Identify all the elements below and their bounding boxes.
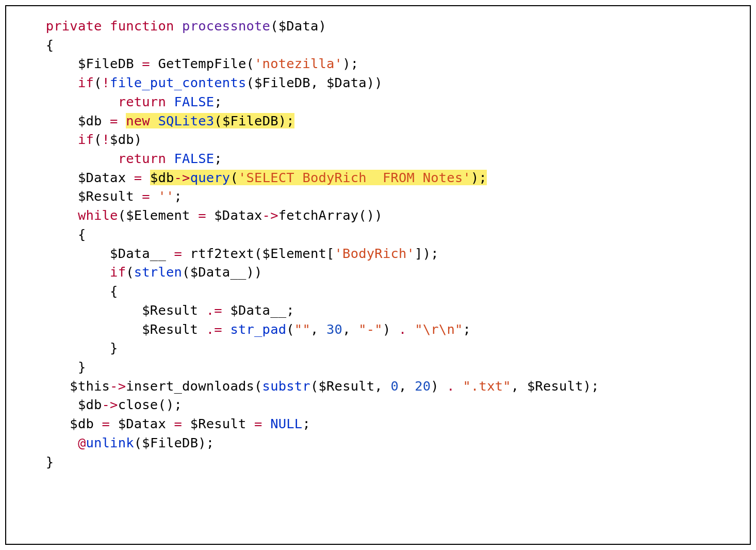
keyword-if: if: [78, 75, 94, 90]
op-arrow: ->: [262, 207, 278, 223]
highlight: new SQLite3($FileDB);: [126, 113, 294, 128]
t: $Data__;: [222, 302, 294, 318]
t: (: [126, 264, 134, 280]
sp: [150, 113, 158, 128]
highlight: $db->query('SELECT BodyRich FROM Notes')…: [150, 170, 487, 185]
op-suppress: @: [78, 435, 86, 450]
t: $db: [150, 170, 174, 185]
string-literal: "": [294, 321, 310, 337]
op-assign: =: [142, 56, 150, 71]
keyword-return: return: [118, 94, 166, 109]
sig-params: ($Data): [270, 18, 326, 34]
sp: [150, 188, 158, 204]
sp: [70, 435, 78, 450]
t: ($FileDB, $Data)): [246, 75, 383, 90]
keyword-if: if: [110, 264, 126, 280]
method-query: query: [190, 170, 231, 185]
sp: [166, 151, 174, 166]
op-concat-assign: .=: [206, 321, 222, 337]
t: (: [94, 75, 102, 90]
t: (: [94, 132, 102, 147]
t: );: [471, 170, 487, 185]
t: $Datax: [110, 416, 174, 431]
t: (: [230, 170, 238, 185]
t: , $Result);: [511, 378, 599, 394]
t: ,: [399, 378, 415, 394]
number-literal: 30: [326, 321, 342, 337]
t: ,: [342, 321, 358, 337]
string-literal: 'SELECT BodyRich FROM Notes': [238, 170, 471, 185]
t: $FileDB: [78, 56, 142, 71]
semi: ;: [302, 416, 310, 431]
sp: [407, 321, 415, 337]
op-assign: =: [102, 416, 110, 431]
t: ,: [310, 321, 326, 337]
semi: ;: [463, 321, 471, 337]
brace-close: }: [110, 340, 118, 355]
t: $Result: [142, 321, 206, 337]
op-assign: =: [254, 416, 262, 431]
op-arrow: ->: [102, 397, 118, 412]
string-literal: "-": [358, 321, 383, 337]
t: $db: [70, 397, 102, 412]
semi: ;: [174, 188, 183, 204]
const-false: FALSE: [174, 94, 215, 109]
number-literal: 0: [390, 378, 399, 394]
t: GetTempFile(: [150, 56, 254, 71]
builtin-unlink: unlink: [86, 435, 134, 450]
builtin-strpad: str_pad: [230, 321, 286, 337]
sp: [142, 170, 150, 185]
op-concat: .: [447, 378, 455, 394]
t: ($FileDB);: [214, 113, 294, 128]
op-assign: =: [174, 246, 183, 261]
code-block: private function processnote($Data) { $F…: [22, 17, 734, 471]
op-concat: .: [399, 321, 407, 337]
string-literal: 'notezilla': [254, 56, 342, 71]
string-literal: '': [158, 188, 174, 204]
t: fetchArray()): [278, 207, 383, 223]
sp: [222, 321, 231, 337]
t: $Result: [78, 188, 142, 204]
sp: [262, 416, 271, 431]
string-literal: 'BodyRich': [335, 246, 415, 261]
t: $Result: [142, 302, 206, 318]
op-assign: =: [198, 207, 206, 223]
builtin-fpc: file_put_contents: [110, 75, 246, 90]
number-literal: 20: [415, 378, 431, 394]
semi: ;: [214, 151, 222, 166]
brace-open: {: [78, 227, 86, 242]
t: ($FileDB);: [134, 435, 215, 450]
keyword-function: function: [110, 18, 174, 34]
op-not: !: [102, 75, 110, 90]
keyword-return: return: [118, 151, 166, 166]
t: ): [383, 321, 399, 337]
string-literal: ".txt": [463, 378, 511, 394]
sp: [118, 113, 126, 128]
keyword-new: new: [126, 113, 150, 128]
t: close();: [118, 397, 182, 412]
builtin-strlen: strlen: [134, 264, 182, 280]
semi: ;: [214, 94, 222, 109]
op-not: !: [102, 132, 110, 147]
t: $db: [78, 113, 110, 128]
brace-open: {: [46, 37, 54, 53]
op-assign: =: [134, 170, 142, 185]
sp: [166, 94, 174, 109]
op-assign: =: [174, 416, 183, 431]
t: insert_downloads(: [126, 378, 262, 394]
brace-close: }: [78, 359, 86, 375]
op-assign: =: [142, 188, 150, 204]
t: rtf2text($Element[: [182, 246, 335, 261]
t: ($Data__)): [182, 264, 262, 280]
const-null: NULL: [270, 416, 302, 431]
op-assign: =: [110, 113, 118, 128]
t: (: [286, 321, 294, 337]
keyword-while: while: [78, 207, 118, 223]
code-frame: private function processnote($Data) { $F…: [5, 5, 751, 545]
const-false: FALSE: [174, 151, 215, 166]
op-arrow: ->: [174, 170, 190, 185]
t: ($Element: [118, 207, 199, 223]
brace-close: }: [46, 454, 54, 470]
t: );: [342, 56, 358, 71]
t: ): [431, 378, 447, 394]
